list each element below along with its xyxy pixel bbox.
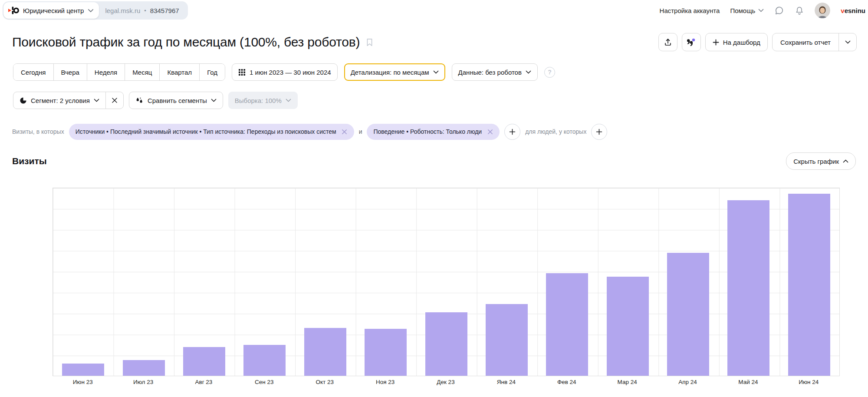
counter-switcher-area: Юридический центр legal.msk.ru • 8345796… <box>3 1 188 20</box>
add-to-dashboard-button[interactable]: На дашборд <box>705 33 768 51</box>
separator-dot: • <box>144 7 146 14</box>
chart-x-axis-labels: Июн 23Июл 23Авг 23Сен 23Окт 23Ноя 23Дек … <box>53 379 840 387</box>
visits-bar-chart <box>53 188 840 376</box>
plus-icon <box>596 129 602 135</box>
plus-icon <box>509 129 516 135</box>
remove-chip-icon[interactable] <box>486 127 494 136</box>
date-range-label: 1 июн 2023 — 30 июн 2024 <box>250 69 331 76</box>
segment-row: Сегмент: 2 условия Сравнить сегменты <box>13 92 298 109</box>
metrica-logo-icon <box>7 5 19 16</box>
bar-мар-24[interactable] <box>607 277 649 376</box>
data-mode-label: Данные: без роботов <box>458 69 522 76</box>
bar-окт-23[interactable] <box>304 328 346 376</box>
period-button-quarter[interactable]: Квартал <box>159 64 199 80</box>
x-axis-label: Окт 23 <box>295 379 355 385</box>
x-axis-label: Янв 24 <box>476 379 536 385</box>
chip-label: Поведение • Роботность: Только люди <box>373 128 482 135</box>
counter-meta: legal.msk.ru • 83457967 <box>105 7 179 14</box>
x-axis-label: Фев 24 <box>536 379 597 385</box>
segment-label: Сегмент: 2 условия <box>31 97 90 104</box>
detail-dropdown[interactable]: Детализация: по месяцам <box>344 63 445 81</box>
chip-label: Источники • Последний значимый источник … <box>76 128 336 135</box>
bar-апр-24[interactable] <box>667 253 709 376</box>
bar-июн-24[interactable] <box>788 194 830 376</box>
chevron-down-icon <box>211 99 217 102</box>
user-avatar[interactable] <box>815 3 830 18</box>
x-axis-label: Ноя 23 <box>355 379 415 385</box>
period-button-week[interactable]: Неделя <box>87 64 125 80</box>
add-to-dashboard-label: На дашборд <box>723 39 760 46</box>
save-report-dropdown[interactable] <box>838 33 856 51</box>
add-visit-condition-button[interactable] <box>504 124 520 140</box>
hide-chart-button[interactable]: Скрыть график <box>786 152 856 170</box>
save-report-group: Сохранить отчет <box>772 33 857 51</box>
report-actions: На дашборд Сохранить отчет <box>658 33 857 51</box>
period-button-today[interactable]: Сегодня <box>13 64 53 80</box>
bar-янв-24[interactable] <box>486 304 528 376</box>
help-symbol: ? <box>548 69 552 76</box>
segment-group: Сегмент: 2 условия <box>13 92 124 109</box>
export-share-button[interactable] <box>658 33 677 51</box>
remove-chip-icon[interactable] <box>340 127 349 136</box>
droplets-compare-icon <box>135 96 144 104</box>
help-label: Помощь <box>730 7 755 14</box>
and-connector-label: и <box>359 128 362 135</box>
close-icon <box>112 97 118 103</box>
segment-dropdown[interactable]: Сегмент: 2 условия <box>13 92 105 109</box>
period-button-yesterday[interactable]: Вчера <box>53 64 87 80</box>
help-question-icon[interactable]: ? <box>544 67 555 78</box>
period-button-year[interactable]: Год <box>199 64 225 80</box>
save-report-label: Сохранить отчет <box>780 39 831 46</box>
x-axis-label: Сен 23 <box>234 379 294 385</box>
chevron-down-icon <box>758 9 764 12</box>
bookmark-icon[interactable] <box>366 38 373 47</box>
bar-сен-23[interactable] <box>243 345 286 376</box>
bar-июл-23[interactable] <box>123 360 165 376</box>
bar-фев-24[interactable] <box>546 273 588 376</box>
chevron-down-icon <box>433 70 439 74</box>
metrica-report-page: Юридический центр legal.msk.ru • 8345796… <box>0 0 868 397</box>
bar-май-24[interactable] <box>727 200 769 376</box>
detail-label: Детализация: по месяцам <box>351 69 429 76</box>
counter-name: Юридический центр <box>23 7 84 14</box>
x-axis-label: Авг 23 <box>174 379 234 385</box>
segment-clear-button[interactable] <box>105 92 123 109</box>
counter-domain: legal.msk.ru <box>105 7 140 14</box>
metric-title: Визиты <box>12 156 47 166</box>
add-people-condition-button[interactable] <box>591 124 607 140</box>
account-settings-link[interactable]: Настройка аккаунта <box>660 7 720 14</box>
data-mode-dropdown[interactable]: Данные: без роботов <box>452 63 538 81</box>
period-button-month[interactable]: Месяц <box>125 64 159 80</box>
chevron-down-icon <box>88 9 94 13</box>
bar-ноя-23[interactable] <box>365 329 407 376</box>
chat-icon[interactable] <box>774 6 784 16</box>
x-axis-label: Мар 24 <box>597 379 657 385</box>
date-range-button[interactable]: 1 июн 2023 — 30 июн 2024 <box>232 63 338 81</box>
bar-авг-23[interactable] <box>183 347 225 376</box>
metric-row: Визиты Скрыть график <box>12 152 856 170</box>
compare-segments-dropdown[interactable]: Сравнить сегменты <box>129 92 223 109</box>
sampling-dropdown[interactable]: Выборка: 100% <box>228 92 298 109</box>
save-report-button[interactable]: Сохранить отчет <box>773 33 838 51</box>
period-segmented: СегодняВчераНеделяМесяцКварталГод <box>13 63 225 81</box>
x-axis-label: Апр 24 <box>658 379 718 385</box>
condition-chip-sources[interactable]: Источники • Последний значимый источник … <box>69 124 354 140</box>
chevron-down-icon <box>526 70 531 74</box>
x-axis-label: Май 24 <box>718 379 778 385</box>
notifications-bell-icon[interactable] <box>795 6 804 15</box>
help-menu[interactable]: Помощь <box>730 7 764 14</box>
visits-condition-label: Визиты, в которых <box>12 128 64 135</box>
report-title-bar: Поисковой трафик за год по месяцам (100%… <box>12 31 857 53</box>
bar-июн-23[interactable] <box>62 364 104 376</box>
condition-chip-robots[interactable]: Поведение • Роботность: Только люди <box>367 124 500 140</box>
username[interactable]: vesninu <box>841 7 865 14</box>
sampling-label: Выборка: 100% <box>235 97 282 104</box>
ai-summary-button[interactable] <box>682 33 701 51</box>
page-title: Поисковой трафик за год по месяцам (100%… <box>12 35 360 50</box>
ai-quotes-icon <box>687 38 696 47</box>
share-icon <box>664 38 672 46</box>
bar-дек-23[interactable] <box>425 312 467 376</box>
people-condition-label: для людей, у которых <box>525 128 586 135</box>
counter-switcher[interactable]: Юридический центр <box>3 2 99 19</box>
x-axis-label: Июн 24 <box>779 379 839 385</box>
